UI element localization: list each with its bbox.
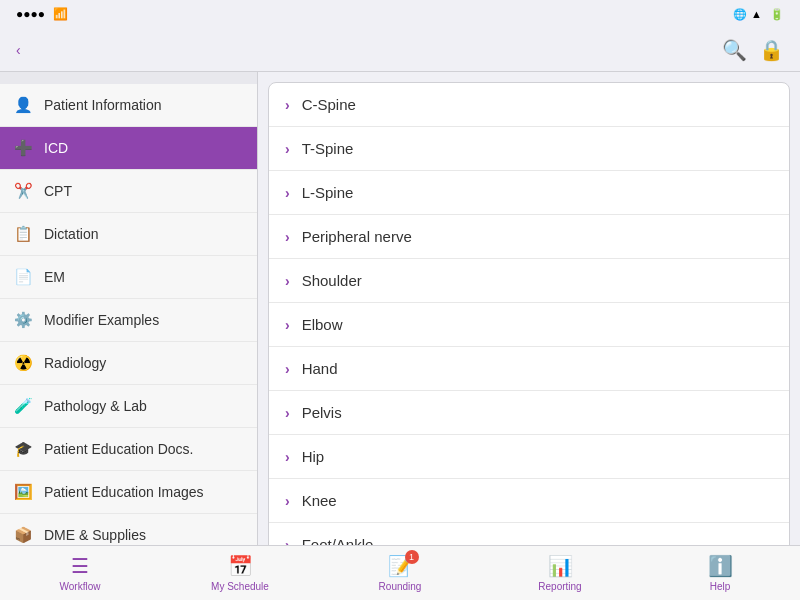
content-list-item[interactable]: › T-Spine [269,127,789,171]
content-item-label: Foot/Ankle [302,536,374,545]
signal-dots: ●●●● [16,7,45,21]
location-icon: 🌐 [733,8,747,21]
content-item-label: Shoulder [302,272,362,289]
content-list-items: › C-Spine › T-Spine › L-Spine › Peripher… [269,83,789,545]
chevron-right-icon: › [285,405,290,421]
sidebar-item-patient-edu-images[interactable]: 🖼️ Patient Education Images [0,471,257,514]
tab-items: ☰ Workflow 📅 My Schedule 📝1 Rounding 📊 R… [0,554,800,592]
battery-icon: 🔋 [770,8,784,21]
sidebar-section-header [0,72,257,84]
modifier-examples-icon: ⚙️ [12,309,34,331]
patient-edu-images-icon: 🖼️ [12,481,34,503]
cpt-label: CPT [44,183,72,199]
chevron-right-icon: › [285,361,290,377]
content-list: › C-Spine › T-Spine › L-Spine › Peripher… [268,82,790,545]
chevron-right-icon: › [285,229,290,245]
radiology-icon: ☢️ [12,352,34,374]
sidebar-item-radiology[interactable]: ☢️ Radiology [0,342,257,385]
radiology-label: Radiology [44,355,106,371]
sidebar-item-patient-info[interactable]: 👤 Patient Information [0,84,257,127]
patient-edu-docs-icon: 🎓 [12,438,34,460]
status-bar-left: ●●●● 📶 [16,7,68,21]
em-label: EM [44,269,65,285]
chevron-left-icon: ‹ [16,42,21,58]
dictation-icon: 📋 [12,223,34,245]
nav-actions: 🔍 🔒 [722,38,784,62]
content-item-label: Elbow [302,316,343,333]
sidebar-item-dictation[interactable]: 📋 Dictation [0,213,257,256]
status-bar: ●●●● 📶 🌐 ▲ 🔋 [0,0,800,28]
content-item-label: C-Spine [302,96,356,113]
content-list-item[interactable]: › Pelvis [269,391,789,435]
content-list-item[interactable]: › Peripheral nerve [269,215,789,259]
back-button[interactable]: ‹ [16,42,25,58]
content-list-item[interactable]: › C-Spine [269,83,789,127]
signal-icon: ▲ [751,8,762,20]
content-list-item[interactable]: › Elbow [269,303,789,347]
sidebar-item-em[interactable]: 📄 EM [0,256,257,299]
tab-my-schedule[interactable]: 📅 My Schedule [160,554,320,592]
content-list-item[interactable]: › Shoulder [269,259,789,303]
wifi-icon: 📶 [53,7,68,21]
tab-rounding[interactable]: 📝1 Rounding [320,554,480,592]
workflow-tab-label: Workflow [60,581,101,592]
cpt-icon: ✂️ [12,180,34,202]
chevron-right-icon: › [285,493,290,509]
content-item-label: Hip [302,448,325,465]
content-item-label: Peripheral nerve [302,228,412,245]
dme-supplies-icon: 📦 [12,524,34,545]
pathology-lab-icon: 🧪 [12,395,34,417]
icd-label: ICD [44,140,68,156]
tab-workflow[interactable]: ☰ Workflow [0,554,160,592]
content-item-label: Knee [302,492,337,509]
sidebar-item-dme-supplies[interactable]: 📦 DME & Supplies [0,514,257,545]
rounding-tab-icon: 📝1 [388,554,413,578]
em-icon: 📄 [12,266,34,288]
chevron-right-icon: › [285,185,290,201]
sidebar-item-modifier-examples[interactable]: ⚙️ Modifier Examples [0,299,257,342]
content-list-item[interactable]: › Hip [269,435,789,479]
help-tab-icon: ℹ️ [708,554,733,578]
sidebar-item-cpt[interactable]: ✂️ CPT [0,170,257,213]
sidebar-items: 👤 Patient Information ➕ ICD ✂️ CPT 📋 Dic… [0,84,257,545]
rounding-tab-label: Rounding [379,581,422,592]
tab-reporting[interactable]: 📊 Reporting [480,554,640,592]
my-schedule-tab-icon: 📅 [228,554,253,578]
content-list-item[interactable]: › Foot/Ankle [269,523,789,545]
chevron-right-icon: › [285,449,290,465]
reporting-tab-label: Reporting [538,581,581,592]
workflow-tab-icon: ☰ [71,554,89,578]
patient-info-icon: 👤 [12,94,34,116]
patient-edu-docs-label: Patient Education Docs. [44,441,193,457]
chevron-right-icon: › [285,273,290,289]
sidebar-item-icd[interactable]: ➕ ICD [0,127,257,170]
tab-help[interactable]: ℹ️ Help [640,554,800,592]
icd-icon: ➕ [12,137,34,159]
content-item-label: Hand [302,360,338,377]
help-tab-label: Help [710,581,731,592]
status-bar-right: 🌐 ▲ 🔋 [733,8,784,21]
search-icon[interactable]: 🔍 [722,38,747,62]
content-area: › C-Spine › T-Spine › L-Spine › Peripher… [258,72,800,545]
patient-info-label: Patient Information [44,97,162,113]
sidebar: 👤 Patient Information ➕ ICD ✂️ CPT 📋 Dic… [0,72,258,545]
dme-supplies-label: DME & Supplies [44,527,146,543]
reporting-tab-icon: 📊 [548,554,573,578]
pathology-lab-label: Pathology & Lab [44,398,147,414]
chevron-right-icon: › [285,97,290,113]
chevron-right-icon: › [285,317,290,333]
content-list-item[interactable]: › Knee [269,479,789,523]
nav-bar: ‹ 🔍 🔒 [0,28,800,72]
sidebar-item-patient-edu-docs[interactable]: 🎓 Patient Education Docs. [0,428,257,471]
modifier-examples-label: Modifier Examples [44,312,159,328]
tab-bar: ☰ Workflow 📅 My Schedule 📝1 Rounding 📊 R… [0,545,800,600]
content-list-item[interactable]: › Hand [269,347,789,391]
tab-badge: 1 [405,550,419,564]
main-layout: 👤 Patient Information ➕ ICD ✂️ CPT 📋 Dic… [0,72,800,545]
my-schedule-tab-label: My Schedule [211,581,269,592]
sidebar-item-pathology-lab[interactable]: 🧪 Pathology & Lab [0,385,257,428]
lock-icon[interactable]: 🔒 [759,38,784,62]
content-item-label: Pelvis [302,404,342,421]
content-list-item[interactable]: › L-Spine [269,171,789,215]
dictation-label: Dictation [44,226,98,242]
